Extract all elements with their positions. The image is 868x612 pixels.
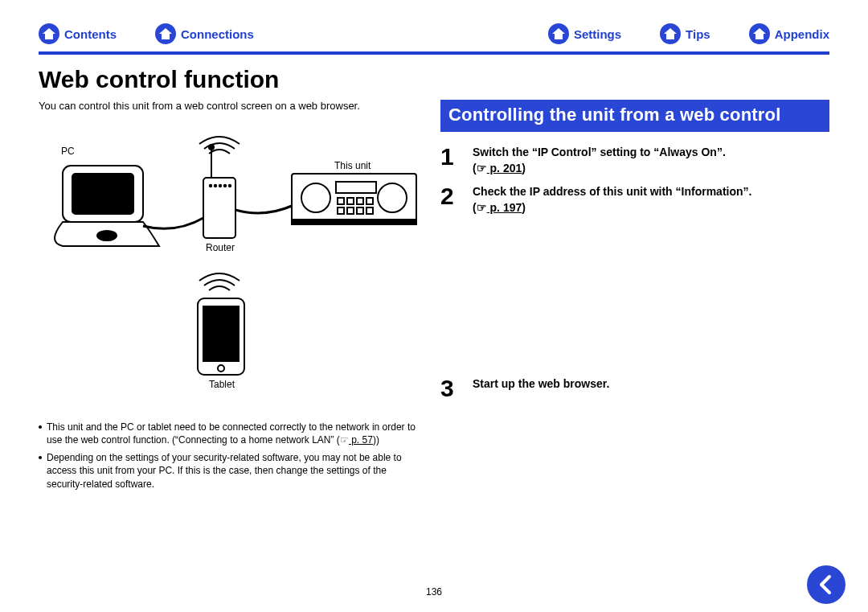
nav-label: Appendix [775,27,829,41]
step-body: Check the IP address of this unit with “… [473,184,751,216]
steps-list: 1 Switch the “IP Control” setting to “Al… [440,145,829,400]
svg-point-13 [219,185,221,187]
note-item: This unit and the PC or tablet need to b… [39,421,424,446]
page-number: 136 [0,586,868,598]
step-3: 3 Start up the web browser. [440,376,829,400]
nav-label: Contents [64,27,117,41]
diagram-label-tablet: Tablet [209,379,235,390]
svg-rect-6 [72,174,133,214]
nav-settings[interactable]: Settings [548,23,621,44]
svg-rect-30 [203,306,239,361]
nav-divider [39,51,829,55]
home-icon [749,23,770,44]
pointer-icon: (☞ [473,201,487,214]
svg-point-12 [215,185,216,187]
step-number: 2 [440,184,461,208]
nav-left-group: Contents Connections [39,23,254,44]
connection-diagram: PC Router This unit Tablet [39,121,424,411]
step-text: Switch the “IP Control” setting to “Alwa… [473,146,726,158]
manual-page: Contents Connections Settings Ti [0,0,868,612]
nav-right-group: Settings Tips Appendix [548,23,829,44]
page-title: Web control function [39,66,829,93]
step-number: 3 [440,376,461,400]
nav-label: Settings [574,27,621,41]
diagram-label-pc: PC [61,146,75,157]
diagram-label-router: Router [206,242,235,253]
left-column: You can control this unit from a web con… [39,100,424,495]
svg-point-11 [210,185,211,187]
notes-list: This unit and the PC or tablet need to b… [39,421,424,491]
svg-point-15 [229,185,231,187]
nav-tips[interactable]: Tips [660,23,710,44]
nav-label: Tips [686,27,710,41]
page-ref-link[interactable]: p. 197 [487,201,522,214]
intro-text: You can control this unit from a web con… [39,100,424,113]
step-body: Switch the “IP Control” setting to “Alwa… [473,145,726,176]
home-icon [155,23,176,44]
svg-point-14 [224,185,226,187]
home-icon [39,23,59,44]
step-ref: (☞ p. 197) [473,201,526,214]
step-number: 1 [440,145,461,169]
step-body: Start up the web browser. [473,376,609,392]
ref-suffix: ) [522,201,526,214]
section-header: Controlling the unit from a web control [440,100,829,132]
step-2: 2 Check the IP address of this unit with… [440,184,829,216]
note-text: )) [373,434,379,446]
svg-rect-28 [292,220,416,224]
pointer-icon: (☞ [473,162,487,175]
nav-label: Connections [181,27,254,41]
nav-appendix[interactable]: Appendix [749,23,829,44]
note-item: Depending on the settings of your securi… [39,451,424,491]
step-text: Start up the web browser. [473,377,609,390]
arrow-left-icon [815,573,837,596]
page-ref-link[interactable]: p. 201 [487,162,522,175]
right-column: Controlling the unit from a web control … [440,100,829,495]
back-button[interactable] [807,565,845,604]
nav-connections[interactable]: Connections [155,23,254,44]
ref-suffix: ) [522,162,526,175]
home-icon [548,23,569,44]
content-columns: You can control this unit from a web con… [39,100,829,495]
top-nav: Contents Connections Settings Ti [39,19,829,48]
svg-point-7 [97,231,117,240]
diagram-label-unit: This unit [334,160,371,171]
home-icon [660,23,681,44]
pointer-icon: ☞ [340,434,349,446]
page-ref-link[interactable]: p. 57 [349,434,373,446]
step-ref: (☞ p. 201) [473,162,526,175]
nav-contents[interactable]: Contents [39,23,117,44]
step-text: Check the IP address of this unit with “… [473,185,751,198]
step-1: 1 Switch the “IP Control” setting to “Al… [440,145,829,176]
